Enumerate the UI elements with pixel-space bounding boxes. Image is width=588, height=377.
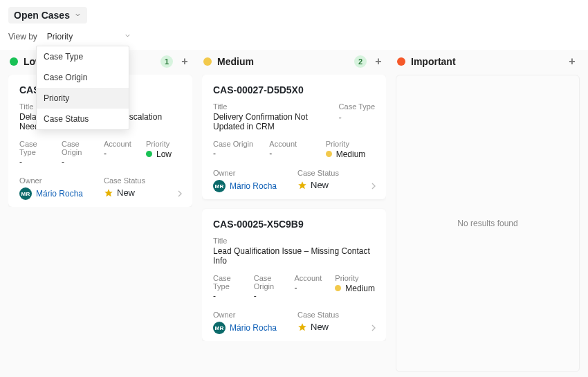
field-value: - <box>295 283 329 293</box>
priority-dot-icon <box>326 151 332 157</box>
field-value: - <box>62 157 97 167</box>
dropdown-item-case-type[interactable]: Case Type <box>37 46 129 67</box>
viewby-label: View by <box>8 32 37 42</box>
owner-link[interactable]: Mário Rocha <box>230 181 277 191</box>
priority-dot-icon <box>335 285 341 291</box>
chevron-down-icon <box>74 10 82 21</box>
field-label: Account <box>269 140 318 148</box>
column-medium: Medium 2 + CAS-00027-D5D5X0 Title Delive… <box>202 50 386 370</box>
star-icon <box>104 188 113 198</box>
field-label: Account <box>104 140 139 148</box>
avatar: MR <box>213 322 226 334</box>
add-case-button[interactable]: + <box>566 55 578 68</box>
field-label-status: Case Status <box>104 176 181 185</box>
chevron-right-icon[interactable] <box>368 181 379 194</box>
field-label-title: Title <box>213 237 375 245</box>
priority-value: Medium <box>335 284 375 293</box>
field-label-status: Case Status <box>297 311 375 319</box>
column-title: Important <box>411 56 456 67</box>
priority-value: Medium <box>326 149 366 159</box>
column-important: Important + No results found <box>396 50 580 370</box>
field-value: - <box>213 291 247 301</box>
column-header-medium: Medium 2 + <box>202 50 386 75</box>
case-id: CAS-00027-D5D5X0 <box>213 84 375 95</box>
field-label: Case Origin <box>62 140 97 156</box>
column-count: 1 <box>160 55 173 68</box>
field-label-owner: Owner <box>213 311 291 319</box>
field-label-owner: Owner <box>19 176 97 185</box>
chevron-down-icon <box>124 32 131 42</box>
view-title-text: Open Cases <box>14 10 70 21</box>
viewby-dropdown: Case Type Case Origin Priority Case Stat… <box>36 46 129 130</box>
star-icon <box>297 181 307 190</box>
add-case-button[interactable]: + <box>372 55 385 68</box>
column-count: 2 <box>354 55 367 68</box>
field-label: Case Type <box>19 140 55 156</box>
priority-dot-icon <box>146 151 152 157</box>
empty-state: No results found <box>396 75 580 372</box>
star-icon <box>297 322 307 332</box>
priority-dot-icon <box>10 57 18 66</box>
field-value: - <box>269 149 318 158</box>
status-value: New <box>117 187 135 198</box>
dropdown-item-priority[interactable]: Priority <box>37 88 129 109</box>
svg-marker-0 <box>104 189 113 196</box>
field-value: - <box>254 291 288 301</box>
avatar: MR <box>19 187 32 200</box>
field-value: - <box>104 149 139 158</box>
view-title[interactable]: Open Cases <box>8 7 87 24</box>
svg-marker-1 <box>298 181 306 189</box>
case-title: Delivery Confirmation Not Updated in CRM <box>213 112 322 131</box>
field-label: Case Type <box>339 102 375 111</box>
field-value: - <box>213 149 262 158</box>
field-label: Priority <box>326 140 375 148</box>
field-value: - <box>339 112 375 122</box>
field-value: - <box>19 157 55 167</box>
viewby-select[interactable]: Priority <box>44 30 134 43</box>
priority-dot-icon <box>397 57 405 66</box>
status-value: New <box>311 180 329 190</box>
field-label: Priority <box>335 274 375 282</box>
owner-link[interactable]: Mário Rocha <box>36 189 83 199</box>
dropdown-item-case-status[interactable]: Case Status <box>37 109 129 129</box>
field-label-title: Title <box>213 102 322 111</box>
field-label: Priority <box>146 140 181 148</box>
priority-value: Low <box>146 149 172 159</box>
case-card[interactable]: CAS-00025-X5C9B9 Title Lead Qualificatio… <box>202 209 386 341</box>
column-header-important: Important + <box>396 50 580 75</box>
field-label: Account <box>295 274 329 282</box>
owner-link[interactable]: Mário Rocha <box>230 323 277 333</box>
case-id: CAS-00025-X5C9B9 <box>213 219 375 230</box>
status-value: New <box>311 322 329 332</box>
field-label-status: Case Status <box>297 169 375 177</box>
chevron-right-icon[interactable] <box>174 188 185 201</box>
priority-dot-icon <box>203 57 212 66</box>
viewby-value: Priority <box>47 32 73 42</box>
case-card[interactable]: CAS-00027-D5D5X0 Title Delivery Confirma… <box>202 75 386 199</box>
column-title: Medium <box>217 56 254 67</box>
case-title: Lead Qualification Issue – Missing Conta… <box>213 246 375 266</box>
avatar: MR <box>213 180 226 192</box>
dropdown-item-case-origin[interactable]: Case Origin <box>37 67 129 88</box>
field-label: Case Origin <box>254 274 288 291</box>
field-label: Case Origin <box>213 140 262 148</box>
svg-marker-2 <box>298 323 306 331</box>
chevron-right-icon[interactable] <box>368 322 379 335</box>
field-label-owner: Owner <box>213 169 291 177</box>
add-case-button[interactable]: + <box>178 55 191 68</box>
empty-text: No results found <box>457 219 517 228</box>
field-label: Case Type <box>213 274 247 291</box>
